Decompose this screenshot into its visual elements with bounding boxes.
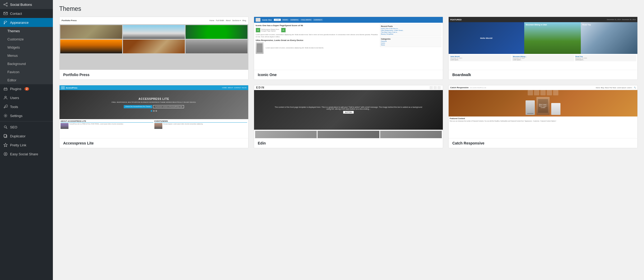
- sidebar-divider-1: [0, 121, 53, 122]
- sidebar-label-contact: Contact: [10, 12, 22, 16]
- sidebar-label-duplicator: Duplicator: [10, 134, 26, 138]
- svg-point-10: [5, 115, 6, 116]
- svg-point-6: [4, 24, 5, 24]
- svg-rect-7: [4, 88, 7, 90]
- sidebar-item-tools[interactable]: Tools: [0, 102, 53, 111]
- envelope-icon: [3, 11, 8, 16]
- theme-screenshot-boardwalk: FEATURED December 21, 2014 December 20, …: [449, 17, 637, 70]
- sidebar-item-users[interactable]: Users: [0, 93, 53, 102]
- svg-line-3: [5, 3, 6, 4]
- sidebar-label-settings: Settings: [10, 114, 22, 118]
- svg-rect-14: [4, 134, 6, 137]
- themes-grid: Portfolio Press Home Full Width About Se…: [59, 17, 638, 148]
- sidebar-item-editor[interactable]: Editor: [0, 76, 53, 84]
- sidebar-label-social-buttons: Social Buttons: [10, 3, 32, 7]
- wrench-icon: [3, 104, 8, 109]
- sidebar-item-appearance[interactable]: Appearance: [0, 18, 53, 27]
- svg-point-1: [6, 5, 7, 6]
- theme-name-edin: Edin: [254, 138, 443, 148]
- theme-card-boardwalk[interactable]: FEATURED December 21, 2014 December 20, …: [448, 17, 638, 80]
- sidebar-label-editor: Editor: [7, 78, 16, 82]
- sidebar-label-themes: Themes: [7, 29, 20, 33]
- star-icon: [3, 143, 8, 147]
- theme-card-iconic-one[interactable]: Iconic One HOME NEWS GENERAL FULL WIDTH …: [254, 17, 443, 80]
- sidebar-item-duplicator[interactable]: Duplicator: [0, 132, 53, 141]
- sidebar-item-customize[interactable]: Customize: [0, 35, 53, 43]
- sidebar-label-menus: Menus: [7, 54, 18, 58]
- theme-name-boardwalk: Boardwalk: [449, 70, 637, 80]
- sidebar-label-plugins: Plugins: [10, 87, 21, 91]
- sidebar-label-favicon: Favicon: [7, 70, 20, 74]
- theme-name-catch-responsive: Catch Responsive: [449, 138, 637, 148]
- theme-screenshot-edin: EDIN The content of the front page templ…: [254, 85, 443, 138]
- svg-line-4: [5, 5, 6, 6]
- sidebar-label-tools: Tools: [10, 105, 18, 109]
- svg-line-12: [6, 128, 7, 129]
- theme-name-portfolio-press: Portfolio Press: [59, 70, 248, 80]
- paint-icon: [3, 20, 8, 25]
- circle-icon: [3, 152, 8, 156]
- sidebar-item-pretty-link[interactable]: Pretty Link: [0, 141, 53, 150]
- sidebar-item-background[interactable]: Background: [0, 60, 53, 68]
- sidebar-label-pretty-link: Pretty Link: [10, 143, 26, 147]
- theme-screenshot-accesspress-lite: AccessPress HOME ABOUT CONTACT BLOG ACCE…: [59, 85, 248, 138]
- svg-point-9: [5, 96, 6, 98]
- svg-marker-16: [4, 143, 7, 147]
- theme-card-accesspress-lite[interactable]: AccessPress HOME ABOUT CONTACT BLOG ACCE…: [59, 85, 249, 148]
- sidebar-item-social-buttons[interactable]: Social Buttons: [0, 0, 53, 9]
- svg-point-18: [5, 153, 6, 155]
- sidebar-item-seo[interactable]: SEO: [0, 123, 53, 132]
- plugin-icon: [3, 86, 8, 91]
- sidebar-item-menus[interactable]: Menus: [0, 52, 53, 60]
- main-content: Themes Portfolio Press Home Full Width A…: [53, 0, 644, 280]
- sidebar-label-easy-social-share: Easy Social Share: [10, 152, 38, 156]
- sidebar-item-easy-social-share[interactable]: Easy Social Share: [0, 150, 53, 158]
- sidebar-label-widgets: Widgets: [7, 45, 20, 49]
- theme-card-portfolio-press[interactable]: Portfolio Press Home Full Width About Se…: [59, 17, 249, 80]
- sidebar-item-settings[interactable]: Settings: [0, 111, 53, 120]
- settings-icon: [3, 113, 8, 118]
- theme-name-iconic-one: Iconic One: [254, 70, 443, 80]
- appearance-submenu: Themes Customize Widgets Menus Backgroun…: [0, 27, 53, 84]
- seo-icon: [3, 125, 8, 129]
- sidebar-label-appearance: Appearance: [10, 21, 29, 25]
- svg-point-2: [4, 4, 5, 5]
- sidebar-item-themes[interactable]: Themes: [0, 27, 53, 35]
- page-title: Themes: [59, 5, 638, 12]
- theme-screenshot-portfolio-press: Portfolio Press Home Full Width About Se…: [59, 17, 248, 70]
- duplicator-icon: [3, 134, 8, 138]
- svg-point-0: [6, 3, 7, 4]
- sidebar-label-users: Users: [10, 96, 19, 100]
- sidebar-label-seo: SEO: [10, 125, 17, 129]
- theme-card-edin[interactable]: EDIN The content of the front page templ…: [254, 85, 443, 148]
- sidebar-item-plugins[interactable]: Plugins 2: [0, 84, 53, 93]
- theme-screenshot-catch-responsive: Catch Responsive Just another WordPress …: [449, 85, 637, 138]
- plugins-badge: 2: [25, 87, 29, 91]
- sidebar-item-widgets[interactable]: Widgets: [0, 43, 53, 52]
- svg-point-11: [4, 126, 6, 128]
- sidebar: Social Buttons Contact Appearance Themes…: [0, 0, 53, 280]
- theme-screenshot-iconic-one: Iconic One HOME NEWS GENERAL FULL WIDTH …: [254, 17, 443, 70]
- sidebar-label-customize: Customize: [7, 37, 24, 41]
- sidebar-item-contact[interactable]: Contact: [0, 9, 53, 18]
- sidebar-item-favicon[interactable]: Favicon: [0, 68, 53, 76]
- theme-name-accesspress-lite: Accesspress Lite: [59, 138, 248, 148]
- share-icon: [3, 2, 8, 7]
- theme-card-catch-responsive[interactable]: Catch Responsive Just another WordPress …: [448, 85, 638, 148]
- user-icon: [3, 95, 8, 100]
- sidebar-label-background: Background: [7, 62, 26, 66]
